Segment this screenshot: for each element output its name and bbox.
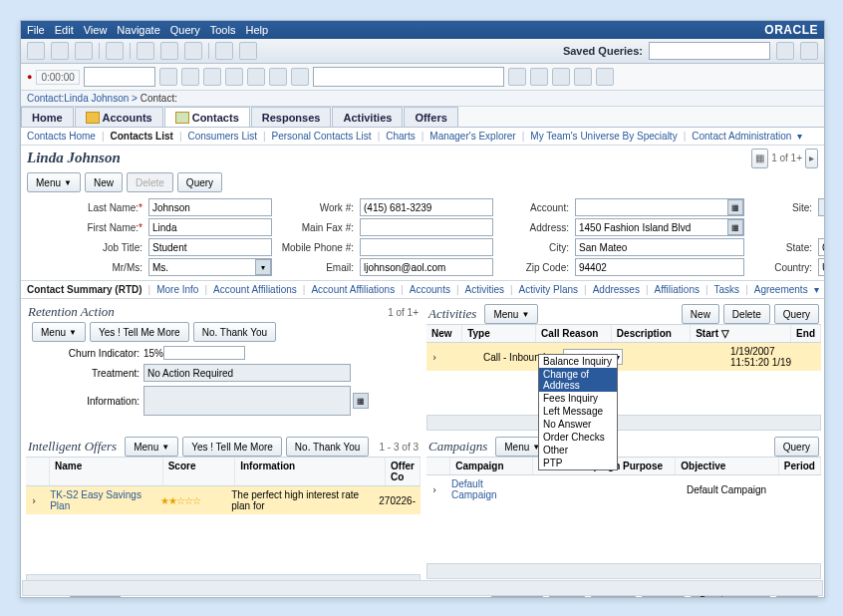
open-icon[interactable] bbox=[51, 42, 69, 60]
pager-next-icon[interactable]: ▸ bbox=[805, 149, 818, 168]
campaigns-hscroll[interactable] bbox=[426, 563, 821, 579]
saved-queries-dropdown[interactable] bbox=[649, 42, 770, 60]
dd-no-answer[interactable]: No Answer bbox=[539, 418, 617, 431]
menu-file[interactable]: File bbox=[27, 24, 45, 36]
expand-icon[interactable]: › bbox=[26, 492, 45, 509]
offer-name[interactable]: TK-S2 Easy Savings Plan bbox=[45, 486, 155, 514]
binoculars-icon[interactable] bbox=[137, 42, 154, 60]
chevron-down-icon[interactable]: ▾ bbox=[797, 131, 802, 142]
goto-icon[interactable] bbox=[159, 68, 177, 86]
contact-menu-button[interactable]: Menu▼ bbox=[27, 172, 81, 192]
copy-icon[interactable] bbox=[160, 42, 178, 60]
input-zip[interactable]: 94402 bbox=[575, 258, 744, 276]
chart-icon[interactable] bbox=[106, 42, 124, 60]
detail-nav-contact-summary[interactable]: Contact Summary (RTD) bbox=[27, 284, 142, 295]
responses-query-button[interactable]: Query bbox=[641, 596, 686, 598]
address-picker-icon[interactable]: ▦ bbox=[727, 219, 743, 235]
responses-delete-button[interactable]: Delete bbox=[590, 596, 637, 598]
tab-contacts[interactable]: Contacts bbox=[164, 107, 250, 127]
retention-menu-button[interactable]: Menu▼ bbox=[32, 322, 86, 342]
input-state[interactable]: CA bbox=[818, 238, 825, 256]
input-mr-ms[interactable]: Ms. bbox=[148, 258, 272, 276]
offers-menu-button[interactable]: Menu▼ bbox=[125, 437, 178, 457]
exit-icon-2[interactable] bbox=[596, 68, 614, 86]
pager-grid-icon[interactable]: ▦ bbox=[751, 149, 768, 168]
query-button[interactable]: Query bbox=[177, 172, 222, 192]
activities-menu-button[interactable]: Menu▼ bbox=[484, 304, 538, 324]
subnav-contacts-list[interactable]: Contacts List bbox=[111, 131, 173, 142]
responses-script-button[interactable]: Script bbox=[775, 596, 819, 598]
exit-icon-1[interactable] bbox=[574, 68, 592, 86]
retention-nothankyou-button[interactable]: No. Thank You bbox=[193, 322, 276, 342]
offer-row[interactable]: › TK-S2 Easy Savings Plan ★★☆☆☆ The perf… bbox=[26, 486, 421, 514]
detail-nav-tasks[interactable]: Tasks bbox=[714, 284, 740, 295]
input-first-name[interactable]: Linda bbox=[148, 218, 272, 236]
expand-icon[interactable]: › bbox=[426, 349, 446, 366]
tab-activities[interactable]: Activities bbox=[332, 107, 403, 127]
menu-tools[interactable]: Tools bbox=[210, 24, 236, 36]
detail-nav-activity-plans[interactable]: Activity Plans bbox=[519, 284, 578, 295]
menu-help[interactable]: Help bbox=[245, 24, 268, 36]
anchor-icon[interactable] bbox=[552, 68, 570, 86]
retention-tellmemore-button[interactable]: Yes ! Tell Me More bbox=[90, 322, 189, 342]
activities-query-button[interactable]: Query bbox=[774, 304, 819, 324]
activities-new-button[interactable]: New bbox=[682, 304, 719, 324]
subnav-my-team-universe[interactable]: My Team's Universe By Specialty bbox=[530, 131, 677, 142]
search-icon[interactable] bbox=[776, 42, 794, 60]
nav-icon-2[interactable] bbox=[203, 68, 221, 86]
spreadsheet-icon[interactable] bbox=[239, 42, 257, 60]
menu-navigate[interactable]: Navigate bbox=[117, 24, 159, 36]
subnav-charts[interactable]: Charts bbox=[386, 131, 415, 142]
nav-icon-1[interactable] bbox=[181, 68, 199, 86]
window-hscroll[interactable] bbox=[22, 580, 823, 596]
tab-accounts[interactable]: Accounts bbox=[75, 107, 163, 127]
dd-other[interactable]: Other bbox=[539, 444, 617, 457]
save-icon[interactable] bbox=[27, 42, 45, 60]
nav-select-1[interactable] bbox=[84, 67, 155, 87]
detail-nav-accounts[interactable]: Accounts bbox=[410, 284, 450, 295]
paste-icon[interactable] bbox=[184, 42, 202, 60]
detail-nav-account-affiliations[interactable]: Account Affiliations bbox=[213, 284, 297, 295]
globe-icon[interactable] bbox=[75, 42, 93, 60]
menu-view[interactable]: View bbox=[84, 24, 108, 36]
new-button[interactable]: New bbox=[85, 172, 123, 192]
refresh-icon[interactable] bbox=[800, 42, 818, 60]
chevron-down-icon[interactable]: ▾ bbox=[814, 284, 819, 295]
input-last-name[interactable]: Johnson bbox=[148, 198, 272, 216]
detail-nav-activities[interactable]: Activities bbox=[465, 284, 504, 295]
nav-go-icon[interactable] bbox=[508, 68, 526, 86]
input-main-fax[interactable] bbox=[360, 218, 493, 236]
activities-delete-button[interactable]: Delete bbox=[723, 304, 770, 324]
call-reason-options[interactable]: Balance Inquiry Change of Address Fees I… bbox=[538, 354, 618, 470]
info-picker-icon[interactable]: ▦ bbox=[353, 393, 369, 409]
dd-balance-inquiry[interactable]: Balance Inquiry bbox=[539, 355, 617, 368]
tab-responses[interactable]: Responses bbox=[251, 107, 332, 127]
subnav-contact-administration[interactable]: Contact Administration bbox=[692, 131, 791, 142]
expand-icon[interactable]: › bbox=[426, 481, 446, 498]
dd-change-of-address[interactable]: Change of Address bbox=[539, 368, 617, 392]
dd-order-checks[interactable]: Order Checks bbox=[539, 431, 617, 444]
create-opportunity-button[interactable]: Create Opportunity bbox=[690, 596, 771, 598]
account-picker-icon[interactable]: ▦ bbox=[727, 199, 743, 215]
detail-nav-affiliations[interactable]: Affiliations bbox=[655, 284, 700, 295]
input-mobile-phone[interactable] bbox=[360, 238, 493, 256]
responses-menu-button[interactable]: Menu▼ bbox=[490, 596, 544, 598]
dd-ptp[interactable]: PTP bbox=[539, 457, 617, 469]
nav-icon-4[interactable] bbox=[247, 68, 265, 86]
responses-new-button[interactable]: New bbox=[548, 596, 586, 598]
forward-icon[interactable] bbox=[530, 68, 548, 86]
dd-fees-inquiry[interactable]: Fees Inquiry bbox=[539, 392, 617, 405]
activity-row[interactable]: › Call - Inbound ▾ 1/19/2007 11:51:20 1/… bbox=[426, 343, 821, 371]
input-address[interactable]: 1450 Fashion Island Blvd bbox=[575, 218, 744, 236]
tab-home[interactable]: Home bbox=[21, 107, 74, 127]
menu-query[interactable]: Query bbox=[170, 24, 200, 36]
detail-nav-more-info[interactable]: More Info bbox=[156, 284, 198, 295]
input-work-phone[interactable]: (415) 681-3239 bbox=[360, 198, 493, 216]
input-city[interactable]: San Mateo bbox=[575, 238, 744, 256]
subnav-managers-explorer[interactable]: Manager's Explorer bbox=[429, 131, 515, 142]
campaign-row[interactable]: › Default Campaign Default Campaign bbox=[426, 475, 821, 503]
grid-icon[interactable] bbox=[215, 42, 233, 60]
nav-icon-3[interactable] bbox=[225, 68, 243, 86]
campaigns-query-button[interactable]: Query bbox=[774, 437, 819, 457]
activities-hscroll[interactable] bbox=[426, 415, 821, 431]
